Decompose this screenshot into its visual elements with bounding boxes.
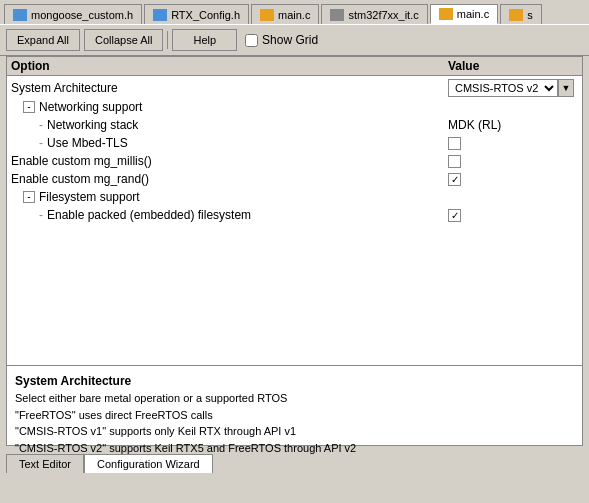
show-grid-label: Show Grid [262,33,318,47]
tab-label-main2: main.c [457,8,489,20]
row-value-system-arch: CMSIS-RTOS v2 CMSIS-RTOS v1 FreeRTOS Bar… [448,79,578,97]
table-body: System Architecture CMSIS-RTOS v2 CMSIS-… [7,76,582,365]
label-mg-millis: Enable custom mg_millis() [11,154,152,168]
tab-bar: mongoose_custom.h RTX_Config.h main.c st… [0,0,589,24]
packed-fs-checkbox[interactable]: ✓ [448,209,461,222]
label-use-mbed-tls: Use Mbed-TLS [47,136,128,150]
row-label-filesystem-support: - Filesystem support [23,190,448,204]
mg-millis-checkbox[interactable] [448,155,461,168]
label-networking-stack: Networking stack [47,118,138,132]
row-value-mg-millis [448,155,578,168]
tab-label-mongoose: mongoose_custom.h [31,9,133,21]
description-title: System Architecture [15,372,574,390]
mg-rand-checkbox[interactable]: ✓ [448,173,461,186]
tab-label-main: main.c [278,9,310,21]
collapse-networking-support-icon[interactable]: - [23,101,35,113]
row-label-networking-stack: - Networking stack [39,118,448,132]
description-line-1: Select either bare metal operation or a … [15,390,574,407]
row-value-networking-stack: MDK (RL) [448,118,578,132]
description-line-3: "CMSIS-RTOS v1" supports only Keil RTX t… [15,423,574,440]
row-system-architecture: System Architecture CMSIS-RTOS v2 CMSIS-… [7,78,582,98]
col-header-value: Value [448,59,578,73]
tab-icon-stm32 [330,9,344,21]
tab-label-more: s [527,9,533,21]
tab-icon-rtx [153,9,167,21]
system-arch-dropdown[interactable]: CMSIS-RTOS v2 CMSIS-RTOS v1 FreeRTOS Bar… [448,79,558,97]
label-system-arch: System Architecture [11,81,118,95]
description-area: System Architecture Select either bare m… [6,366,583,446]
description-line-2: "FreeRTOS" uses direct FreeRTOS calls [15,407,574,424]
tab-main-c[interactable]: main.c [251,4,319,24]
networking-stack-value: MDK (RL) [448,118,501,132]
label-mg-rand: Enable custom mg_rand() [11,172,149,186]
tab-stm32-it[interactable]: stm32f7xx_it.c [321,4,427,24]
table-header: Option Value [7,57,582,76]
label-filesystem-support: Filesystem support [39,190,140,204]
col-header-option: Option [11,59,448,73]
row-label-system-arch: System Architecture [11,81,448,95]
help-button[interactable]: Help [172,29,237,51]
config-table: Option Value System Architecture CMSIS-R… [6,56,583,366]
row-use-mbed-tls: - Use Mbed-TLS [7,134,582,152]
row-label-networking-support: - Networking support [23,100,448,114]
dash-prefix-2: - [39,136,43,150]
tab-icon-h [13,9,27,21]
toolbar-separator [167,31,168,49]
row-enable-packed-fs: - Enable packed (embedded) filesystem ✓ [7,206,582,224]
tab-label-rtx: RTX_Config.h [171,9,240,21]
collapse-filesystem-support-icon[interactable]: - [23,191,35,203]
row-value-mg-rand: ✓ [448,173,578,186]
expand-all-button[interactable]: Expand All [6,29,80,51]
row-enable-mg-millis: Enable custom mg_millis() [7,152,582,170]
toolbar: Expand All Collapse All Help Show Grid [0,24,589,56]
label-packed-fs: Enable packed (embedded) filesystem [47,208,251,222]
row-label-packed-fs: - Enable packed (embedded) filesystem [39,208,448,222]
tab-icon-main [260,9,274,21]
tab-label-stm32: stm32f7xx_it.c [348,9,418,21]
show-grid-area: Show Grid [245,33,318,47]
tab-more[interactable]: s [500,4,542,24]
row-networking-stack: - Networking stack MDK (RL) [7,116,582,134]
tab-icon-more [509,9,523,21]
dash-prefix-3: - [39,208,43,222]
tab-text-editor-label: Text Editor [19,458,71,470]
dash-prefix-1: - [39,118,43,132]
collapse-all-button[interactable]: Collapse All [84,29,163,51]
tab-text-editor[interactable]: Text Editor [6,454,84,473]
row-enable-mg-rand: Enable custom mg_rand() ✓ [7,170,582,188]
tab-icon-main2 [439,8,453,20]
label-networking-support: Networking support [39,100,142,114]
row-label-mg-rand: Enable custom mg_rand() [11,172,448,186]
row-label-use-mbed-tls: - Use Mbed-TLS [39,136,448,150]
use-mbed-tls-checkbox[interactable] [448,137,461,150]
row-value-use-mbed-tls [448,137,578,150]
tab-mongoose-custom-h[interactable]: mongoose_custom.h [4,4,142,24]
tab-configuration-wizard[interactable]: Configuration Wizard [84,454,213,473]
dropdown-arrow-icon[interactable]: ▼ [558,79,574,97]
row-label-mg-millis: Enable custom mg_millis() [11,154,448,168]
tab-configuration-wizard-label: Configuration Wizard [97,458,200,470]
row-value-packed-fs: ✓ [448,209,578,222]
row-filesystem-support-group: - Filesystem support [7,188,582,206]
tab-main-c2-active[interactable]: main.c [430,4,498,24]
row-networking-support-group: - Networking support [7,98,582,116]
tab-rtx-config-h[interactable]: RTX_Config.h [144,4,249,24]
show-grid-checkbox[interactable] [245,34,258,47]
